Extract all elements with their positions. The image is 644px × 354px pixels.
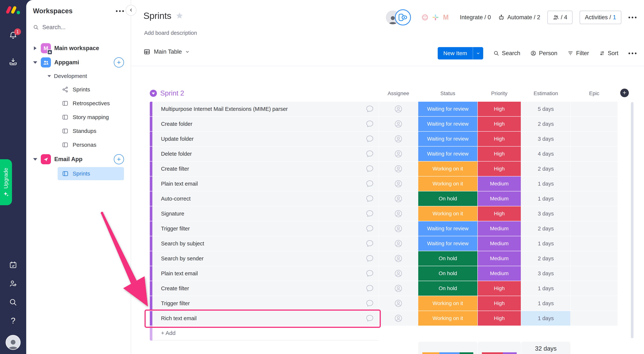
sidebar-folder-development[interactable]: Development — [33, 70, 124, 83]
priority-cell[interactable]: High — [478, 147, 521, 161]
item-name-cell[interactable]: Multipurpose Internet Mail Extensions (M… — [153, 102, 378, 116]
sidebar-board-item[interactable]: Personas — [33, 138, 124, 152]
expand-caret-icon[interactable] — [33, 46, 38, 50]
status-cell[interactable]: Waiting for review — [418, 221, 478, 236]
person-filter-button[interactable]: Person — [530, 50, 557, 57]
notifications-bell-icon[interactable]: 1 — [8, 31, 18, 40]
chat-bubble-icon[interactable] — [366, 135, 374, 143]
collapse-caret-icon[interactable] — [33, 158, 38, 161]
assignee-cell[interactable] — [379, 191, 418, 206]
epic-cell[interactable] — [571, 117, 618, 131]
chat-bubble-icon[interactable] — [366, 269, 374, 278]
estimation-cell[interactable]: 3 days — [521, 206, 570, 221]
item-name-cell[interactable]: Auto-correct — [153, 191, 378, 206]
estimation-cell[interactable]: 4 days — [521, 147, 570, 161]
assignee-cell[interactable] — [379, 117, 418, 131]
assignee-cell[interactable] — [379, 147, 418, 161]
chat-bubble-icon[interactable] — [366, 239, 374, 248]
favorite-star-icon[interactable] — [176, 11, 184, 20]
chat-bubble-icon[interactable] — [366, 284, 374, 293]
chat-bubble-icon[interactable] — [366, 299, 374, 308]
assignee-cell[interactable] — [379, 132, 418, 146]
item-name-cell[interactable]: Plain text email — [153, 266, 378, 281]
vertical-scrollbar[interactable] — [631, 102, 634, 338]
assignee-cell[interactable] — [379, 177, 418, 191]
search-button[interactable]: Search — [493, 50, 520, 57]
column-header-estimation[interactable]: Estimation — [521, 90, 570, 97]
status-cell[interactable]: Waiting for review — [418, 117, 478, 131]
monday-logo-icon[interactable] — [5, 5, 21, 15]
status-cell[interactable]: Working on it — [418, 296, 478, 311]
user-avatar[interactable] — [6, 335, 20, 350]
sidebar-menu-icon[interactable] — [116, 10, 124, 12]
priority-cell[interactable]: High — [478, 296, 521, 311]
upgrade-tab[interactable]: Upgrade — [0, 159, 12, 205]
status-cell[interactable]: Working on it — [418, 311, 478, 326]
estimation-cell[interactable]: 3 days — [521, 266, 570, 281]
item-name-cell[interactable]: Search by sender — [153, 251, 378, 266]
item-name-cell[interactable]: Rich text email — [153, 311, 378, 326]
status-cell[interactable]: Working on it — [418, 206, 478, 221]
item-name-cell[interactable]: Create filter — [153, 281, 378, 296]
priority-summary-cell[interactable] — [478, 342, 521, 354]
item-name-cell[interactable]: Signature — [153, 206, 378, 221]
toolbar-options-icon[interactable] — [628, 52, 636, 54]
table-row[interactable]: Rich text email Working on it High 1 day… — [150, 311, 631, 326]
epic-cell[interactable] — [571, 147, 618, 161]
chat-bubble-icon[interactable] — [366, 314, 374, 323]
view-tab-main-table[interactable]: Main Table — [144, 48, 190, 55]
estimation-cell[interactable]: 2 days — [521, 221, 570, 236]
table-row[interactable]: Plain text email Working on it Medium 1 … — [150, 177, 631, 191]
priority-cell[interactable]: Medium — [478, 266, 521, 281]
status-summary-cell[interactable] — [418, 342, 478, 354]
assignee-cell[interactable] — [379, 221, 418, 236]
collapse-sidebar-button[interactable]: ‹ — [126, 5, 136, 16]
assignee-cell[interactable] — [379, 236, 418, 251]
epic-cell[interactable] — [571, 266, 618, 281]
item-name-cell[interactable]: Plain text email — [153, 177, 378, 191]
priority-cell[interactable]: High — [478, 102, 521, 116]
assignee-cell[interactable] — [379, 266, 418, 281]
status-cell[interactable]: Waiting for review — [418, 236, 478, 251]
chat-bubble-icon[interactable] — [366, 150, 374, 158]
priority-cell[interactable]: Medium — [478, 236, 521, 251]
group-title[interactable]: Sprint 2 — [160, 89, 184, 97]
assignee-cell[interactable] — [379, 296, 418, 311]
chat-bubble-icon[interactable] — [366, 209, 374, 218]
table-row[interactable]: Trigger filter Working on it High 1 days — [150, 296, 631, 311]
chat-bubble-icon[interactable] — [366, 179, 374, 188]
estimation-cell[interactable]: 1 days — [521, 311, 570, 326]
add-board-button[interactable] — [114, 154, 124, 164]
integrate-button[interactable]: Integrate / 0 — [460, 14, 491, 21]
table-row[interactable]: Delete folder Waiting for review High 4 … — [150, 147, 631, 161]
table-row[interactable]: Trigger filter Waiting for review Medium… — [150, 221, 631, 236]
table-row[interactable]: Search by subject Waiting for review Med… — [150, 236, 631, 251]
estimation-cell[interactable]: 1 days — [521, 236, 570, 251]
sidebar-item-appgami[interactable]: Appgami — [33, 55, 124, 70]
status-cell[interactable]: On hold — [418, 281, 478, 296]
status-cell[interactable]: On hold — [418, 266, 478, 281]
inbox-icon[interactable] — [8, 57, 18, 66]
column-header-epic[interactable]: Epic — [571, 90, 618, 97]
estimation-cell[interactable]: 2 days — [521, 251, 570, 266]
estimation-cell[interactable]: 2 days — [521, 162, 570, 176]
epic-cell[interactable] — [571, 206, 618, 221]
table-row[interactable]: Auto-correct On hold Medium 1 days — [150, 191, 631, 206]
status-cell[interactable]: On hold — [418, 251, 478, 266]
assignee-cell[interactable] — [379, 162, 418, 176]
table-row[interactable]: Plain text email On hold Medium 3 days — [150, 266, 631, 281]
estimation-summary-cell[interactable]: 32 days sum — [521, 342, 570, 354]
chat-bubble-icon[interactable] — [366, 194, 374, 203]
table-row[interactable]: Search by sender On hold Medium 2 days — [150, 251, 631, 266]
priority-cell[interactable]: High — [478, 162, 521, 176]
add-column-button[interactable]: + — [620, 89, 629, 97]
column-header-priority[interactable]: Priority — [478, 90, 521, 97]
item-name-cell[interactable]: Delete folder — [153, 147, 378, 161]
collapse-caret-icon[interactable] — [33, 61, 38, 64]
sidebar-board-item[interactable]: Story mapping — [33, 110, 124, 124]
activities-button[interactable]: Activities / 1 — [580, 11, 621, 24]
add-item-label[interactable]: + Add — [153, 326, 378, 341]
estimation-cell[interactable]: 1 days — [521, 177, 570, 191]
chat-bubble-icon[interactable] — [366, 165, 374, 173]
status-cell[interactable]: Waiting for review — [418, 102, 478, 116]
